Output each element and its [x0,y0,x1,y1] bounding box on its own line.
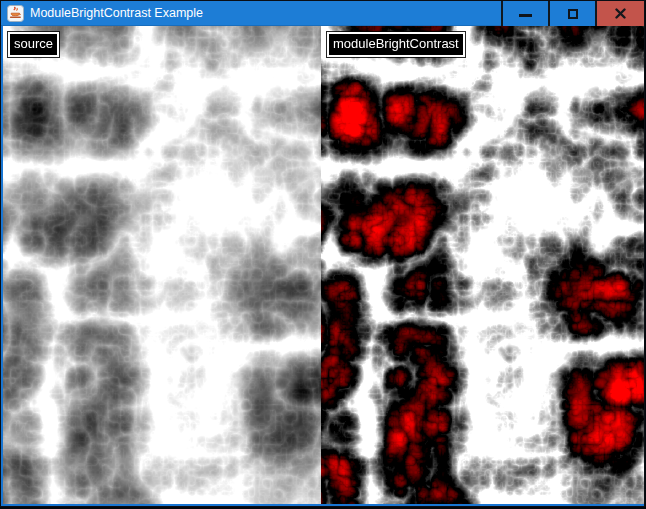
window-content: source moduleBrightContrast [3,26,644,504]
minimize-button[interactable] [501,1,548,26]
source-image-panel: source [3,26,321,504]
titlebar[interactable]: ModuleBrightContrast Example [1,1,644,26]
close-button[interactable] [595,1,644,26]
maximize-icon [568,9,578,19]
brightcontrast-image-label: moduleBrightContrast [327,32,465,57]
source-image-label: source [8,32,59,57]
close-icon [615,8,626,19]
maximize-button[interactable] [548,1,595,26]
brightcontrast-image-panel: moduleBrightContrast [321,26,644,504]
source-image [3,26,321,504]
brightcontrast-image [321,26,644,504]
app-window: ModuleBrightContrast Example source modu… [0,0,645,507]
window-controls [501,1,644,26]
minimize-icon [519,14,532,17]
window-title: ModuleBrightContrast Example [30,1,203,26]
java-coffee-cup-icon [7,5,24,22]
